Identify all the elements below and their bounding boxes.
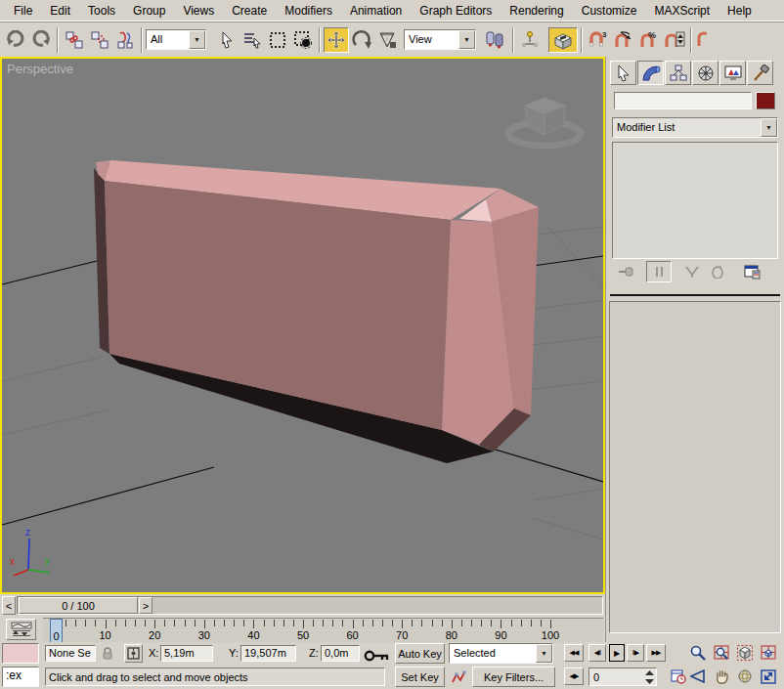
clipped-toolbar-button[interactable] <box>695 27 709 53</box>
chevron-down-icon[interactable]: ▼ <box>458 30 475 49</box>
rectangular-selection-button[interactable] <box>265 27 290 53</box>
redo-button[interactable] <box>28 27 54 53</box>
menu-modifiers[interactable]: Modifiers <box>277 1 340 21</box>
configure-modifier-sets-button[interactable] <box>740 262 763 281</box>
menu-tools[interactable]: Tools <box>80 1 123 21</box>
auto-key-button[interactable]: Auto Key <box>395 643 445 664</box>
macro-recorder-line[interactable] <box>2 643 39 664</box>
modifier-stack-list[interactable] <box>612 142 778 259</box>
menu-help[interactable]: Help <box>719 1 760 21</box>
viewcube[interactable] <box>508 98 581 146</box>
angle-snap-button[interactable] <box>611 27 636 53</box>
menu-graph-editors[interactable]: Graph Editors <box>412 1 500 21</box>
x-coord-field[interactable]: 5,19m <box>160 645 213 662</box>
tab-hierarchy[interactable] <box>665 61 691 85</box>
chevron-down-icon[interactable]: ▼ <box>536 644 552 663</box>
menu-views[interactable]: Views <box>175 1 222 21</box>
tab-motion[interactable] <box>692 61 719 85</box>
tab-utilities[interactable] <box>747 61 773 85</box>
next-frame-button[interactable]: ‖▶ <box>627 644 644 662</box>
zoom-extents-all-button[interactable] <box>758 643 779 663</box>
play-button[interactable]: ▶ <box>609 644 625 662</box>
menu-customize[interactable]: Customize <box>574 1 645 21</box>
key-mode-toggle-button[interactable]: ◀▶ <box>564 667 584 685</box>
snaps-toggle-button[interactable]: 3 <box>586 27 611 53</box>
percent-snap-button[interactable]: % <box>636 27 662 53</box>
frame-spinner[interactable] <box>644 669 655 685</box>
show-end-result-button[interactable] <box>646 261 672 282</box>
time-next-button[interactable]: > <box>139 597 152 614</box>
spinner-snap-button[interactable] <box>662 27 687 53</box>
select-and-move-button[interactable] <box>324 27 349 53</box>
absolute-relative-toggle[interactable] <box>124 644 143 663</box>
chevron-down-icon[interactable]: ▼ <box>761 118 777 137</box>
object-color-swatch[interactable] <box>756 92 775 109</box>
tab-display[interactable] <box>719 61 746 85</box>
select-by-name-button[interactable] <box>240 27 265 53</box>
zoom-extents-button[interactable] <box>734 643 756 663</box>
zoom-button[interactable] <box>687 643 709 663</box>
pan-view-button[interactable] <box>711 667 732 686</box>
select-and-manipulate-button[interactable] <box>517 27 543 53</box>
use-center-button[interactable] <box>480 27 509 53</box>
modifier-list-combo[interactable]: Modifier List ▼ <box>612 117 778 138</box>
remove-modifier-button[interactable] <box>707 262 728 281</box>
pin-stack-button[interactable] <box>615 262 638 281</box>
key-mode-combo[interactable]: Selected ▼ <box>449 643 553 664</box>
zoom-all-button[interactable] <box>711 643 732 663</box>
unlink-selection-button[interactable] <box>87 27 112 53</box>
select-by-name-icon <box>242 30 262 50</box>
selection-lock-button[interactable] <box>100 645 115 662</box>
field-of-view-button[interactable] <box>687 667 709 686</box>
y-coord-field[interactable]: 19,507m <box>240 645 296 662</box>
menu-maxscript[interactable]: MAXScript <box>646 1 718 21</box>
selection-status-field[interactable]: None Se <box>45 645 96 662</box>
menu-group[interactable]: Group <box>125 1 173 21</box>
key-filters-button[interactable]: Key Filters... <box>472 667 555 687</box>
undo-button[interactable] <box>3 27 28 53</box>
time-slider-track[interactable]: 0 / 100 > <box>17 596 603 615</box>
menu-rendering[interactable]: Rendering <box>501 1 571 21</box>
current-frame-marker[interactable]: 0 <box>50 619 63 643</box>
mini-curve-editor-button[interactable] <box>6 619 36 640</box>
viewport-canvas[interactable]: z x y <box>2 59 603 592</box>
window-crossing-button[interactable] <box>290 27 316 53</box>
z-coord-field[interactable]: 0,0m <box>321 645 360 662</box>
go-to-end-button[interactable]: ▶▶ <box>646 644 666 662</box>
menu-edit[interactable]: Edit <box>42 1 78 21</box>
menu-create[interactable]: Create <box>224 1 275 21</box>
trackbar-ruler[interactable]: 1020304050607080901000 <box>43 618 603 642</box>
object-name-field[interactable] <box>614 92 752 109</box>
select-object-icon <box>218 31 236 49</box>
current-frame-field[interactable]: 0 <box>588 667 657 686</box>
set-key-button[interactable]: Set Key <box>395 667 445 687</box>
time-configuration-button[interactable] <box>669 667 688 686</box>
new-key-default-inout-button[interactable] <box>449 667 469 687</box>
tab-create[interactable] <box>610 61 636 85</box>
time-prev-button[interactable]: < <box>2 596 16 615</box>
time-slider-handle[interactable]: 0 / 100 <box>19 597 138 614</box>
keyboard-override-button[interactable] <box>548 27 578 53</box>
trackbar-tick <box>392 620 393 626</box>
maximize-viewport-button[interactable] <box>758 667 779 686</box>
viewport-label[interactable]: Perspective <box>7 62 73 76</box>
selection-filter-combo[interactable]: All ▼ <box>146 29 206 50</box>
maxscript-mini-listener[interactable]: :ex <box>2 667 39 687</box>
arc-rotate-button[interactable] <box>734 667 756 686</box>
menu-animation[interactable]: Animation <box>342 1 410 21</box>
tab-modify[interactable] <box>637 61 664 85</box>
previous-frame-button[interactable]: ◀‖ <box>588 644 606 662</box>
transform-type-in-key[interactable] <box>364 650 389 665</box>
select-and-scale-button[interactable] <box>374 27 400 53</box>
reference-coordsys-combo[interactable]: View ▼ <box>404 29 476 50</box>
select-and-link-button[interactable] <box>62 27 87 53</box>
chevron-down-icon[interactable]: ▼ <box>189 30 205 49</box>
go-to-start-button[interactable]: ◀◀ <box>564 644 584 662</box>
select-and-rotate-button[interactable] <box>349 27 374 53</box>
menu-file[interactable]: File <box>6 1 40 21</box>
make-unique-button[interactable] <box>681 262 703 281</box>
select-object-button[interactable] <box>214 27 240 53</box>
bind-to-spacewarp-button[interactable] <box>112 27 138 53</box>
trackbar-tick <box>432 620 433 626</box>
perspective-viewport[interactable]: z x y Perspective <box>0 57 605 594</box>
